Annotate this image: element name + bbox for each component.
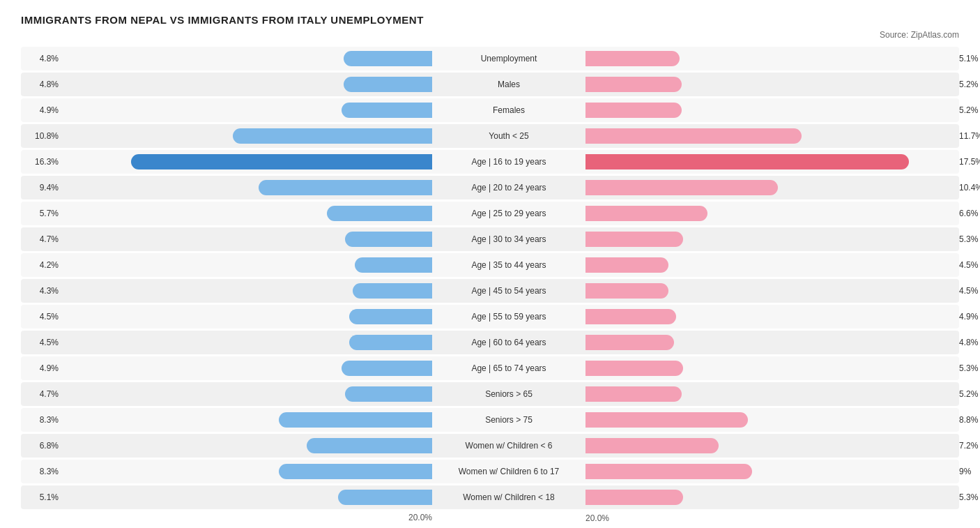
left-bar-wrap-age-16-19 bbox=[63, 154, 432, 169]
left-bar-seniors-65 bbox=[345, 386, 432, 402]
center-label-age-55-59: Age | 55 to 59 years bbox=[432, 312, 585, 322]
left-bar-wrap-age-45-54 bbox=[63, 283, 432, 299]
bar-row-age-35-44: 4.2% Age | 35 to 44 years 4.5% bbox=[21, 253, 959, 277]
left-bar-wrap-males bbox=[63, 77, 432, 92]
right-bar-wrap-women-children-6 bbox=[585, 438, 955, 453]
left-value-women-children-6-17: 8.3% bbox=[21, 467, 63, 476]
left-value-age-55-59: 4.5% bbox=[21, 312, 63, 322]
left-value-unemployment: 4.8% bbox=[21, 54, 63, 63]
center-label-females: Females bbox=[432, 105, 585, 115]
center-label-age-60-64: Age | 60 to 64 years bbox=[432, 338, 585, 347]
left-bar-women-children-6 bbox=[307, 438, 432, 453]
right-bar-unemployment bbox=[585, 51, 680, 66]
left-bar-age-45-54 bbox=[353, 283, 432, 299]
bar-row-age-16-19: 16.3% Age | 16 to 19 years 17.5% bbox=[21, 150, 959, 174]
left-value-females: 4.9% bbox=[21, 105, 63, 115]
chart-title: IMMIGRANTS FROM NEPAL VS IMMIGRANTS FROM… bbox=[21, 14, 959, 26]
right-value-age-30-34: 5.3% bbox=[955, 234, 980, 244]
right-bar-females bbox=[585, 103, 682, 118]
left-bar-wrap-women-children-6-17 bbox=[63, 464, 432, 479]
right-value-males: 5.2% bbox=[955, 80, 980, 89]
right-value-age-65-74: 5.3% bbox=[955, 363, 980, 373]
left-bar-seniors-75 bbox=[279, 412, 432, 428]
left-bar-wrap-women-children-18 bbox=[63, 490, 432, 505]
left-value-seniors-75: 8.3% bbox=[21, 415, 63, 425]
right-bar-wrap-women-children-18 bbox=[585, 490, 955, 505]
right-bar-age-25-29 bbox=[585, 206, 707, 221]
left-value-age-45-54: 4.3% bbox=[21, 286, 63, 296]
right-bar-wrap-age-25-29 bbox=[585, 206, 955, 221]
left-bar-wrap-age-55-59 bbox=[63, 309, 432, 324]
bar-row-unemployment: 4.8% Unemployment 5.1% bbox=[21, 47, 959, 70]
right-value-age-35-44: 4.5% bbox=[955, 260, 980, 270]
right-bar-women-children-6 bbox=[585, 438, 719, 453]
right-bar-wrap-age-60-64 bbox=[585, 335, 955, 350]
bar-row-women-children-18: 5.1% Women w/ Children < 18 5.3% bbox=[21, 485, 959, 509]
left-bar-age-25-29 bbox=[327, 206, 432, 221]
left-bar-unemployment bbox=[344, 51, 432, 66]
bar-row-age-65-74: 4.9% Age | 65 to 74 years 5.3% bbox=[21, 356, 959, 380]
right-bar-wrap-females bbox=[585, 103, 955, 118]
left-bar-wrap-youth-25 bbox=[63, 128, 432, 144]
right-value-unemployment: 5.1% bbox=[955, 54, 980, 63]
chart-container: IMMIGRANTS FROM NEPAL VS IMMIGRANTS FROM… bbox=[0, 0, 980, 528]
center-label-women-children-6-17: Women w/ Children 6 to 17 bbox=[432, 467, 585, 476]
left-bar-males bbox=[344, 77, 432, 92]
center-label-age-16-19: Age | 16 to 19 years bbox=[432, 157, 585, 167]
right-value-seniors-75: 8.8% bbox=[955, 415, 980, 425]
bar-row-age-20-24: 9.4% Age | 20 to 24 years 10.4% bbox=[21, 176, 959, 199]
bar-row-females: 4.9% Females 5.2% bbox=[21, 98, 959, 122]
right-bar-wrap-age-55-59 bbox=[585, 309, 955, 324]
bar-row-seniors-65: 4.7% Seniors > 65 5.2% bbox=[21, 382, 959, 406]
right-bar-wrap-males bbox=[585, 77, 955, 92]
right-bar-wrap-age-20-24 bbox=[585, 180, 955, 195]
right-bar-wrap-women-children-6-17 bbox=[585, 464, 955, 479]
left-value-age-25-29: 5.7% bbox=[21, 209, 63, 218]
left-bar-wrap-age-65-74 bbox=[63, 361, 432, 376]
right-value-women-children-18: 5.3% bbox=[955, 492, 980, 502]
left-bar-age-60-64 bbox=[349, 335, 432, 350]
right-value-females: 5.2% bbox=[955, 105, 980, 115]
right-bar-wrap-age-65-74 bbox=[585, 361, 955, 376]
right-bar-age-45-54 bbox=[585, 283, 668, 299]
bar-row-age-55-59: 4.5% Age | 55 to 59 years 4.9% bbox=[21, 305, 959, 329]
left-value-age-65-74: 4.9% bbox=[21, 363, 63, 373]
bar-row-women-children-6-17: 8.3% Women w/ Children 6 to 17 9% bbox=[21, 460, 959, 483]
center-label-youth-25: Youth < 25 bbox=[432, 131, 585, 141]
center-label-males: Males bbox=[432, 80, 585, 89]
bar-row-seniors-75: 8.3% Seniors > 75 8.8% bbox=[21, 408, 959, 432]
center-label-women-children-18: Women w/ Children < 18 bbox=[432, 492, 585, 502]
left-bar-women-children-18 bbox=[338, 490, 432, 505]
left-value-youth-25: 10.8% bbox=[21, 131, 63, 141]
right-value-age-45-54: 4.5% bbox=[955, 286, 980, 296]
right-bar-age-35-44 bbox=[585, 257, 668, 273]
right-bar-wrap-age-45-54 bbox=[585, 283, 955, 299]
bar-row-age-45-54: 4.3% Age | 45 to 54 years 4.5% bbox=[21, 279, 959, 303]
left-value-women-children-18: 5.1% bbox=[21, 492, 63, 502]
source-label: Source: ZipAtlas.com bbox=[21, 30, 959, 40]
right-bar-women-children-6-17 bbox=[585, 464, 752, 479]
center-label-age-45-54: Age | 45 to 54 years bbox=[432, 286, 585, 296]
right-bar-age-60-64 bbox=[585, 335, 674, 350]
left-bar-wrap-women-children-6 bbox=[63, 438, 432, 453]
axis-right-label: 20.0% bbox=[585, 513, 609, 523]
left-bar-age-30-34 bbox=[345, 232, 432, 247]
left-bar-wrap-seniors-65 bbox=[63, 386, 432, 402]
right-value-age-16-19: 17.5% bbox=[955, 157, 980, 167]
right-bar-age-55-59 bbox=[585, 309, 676, 324]
center-label-age-65-74: Age | 65 to 74 years bbox=[432, 363, 585, 373]
right-bar-wrap-unemployment bbox=[585, 51, 955, 66]
left-bar-youth-25 bbox=[233, 128, 432, 144]
right-bar-seniors-75 bbox=[585, 412, 748, 428]
right-value-seniors-65: 5.2% bbox=[955, 389, 980, 399]
right-bar-age-65-74 bbox=[585, 361, 683, 376]
right-bar-seniors-65 bbox=[585, 386, 682, 402]
left-value-women-children-6: 6.8% bbox=[21, 441, 63, 451]
right-bar-age-30-34 bbox=[585, 232, 683, 247]
right-value-women-children-6: 7.2% bbox=[955, 441, 980, 451]
left-value-age-16-19: 16.3% bbox=[21, 157, 63, 167]
right-bar-wrap-age-35-44 bbox=[585, 257, 955, 273]
left-bar-age-20-24 bbox=[259, 180, 432, 195]
axis-row: 20.0% 20.0% bbox=[21, 511, 959, 524]
left-value-age-30-34: 4.7% bbox=[21, 234, 63, 244]
